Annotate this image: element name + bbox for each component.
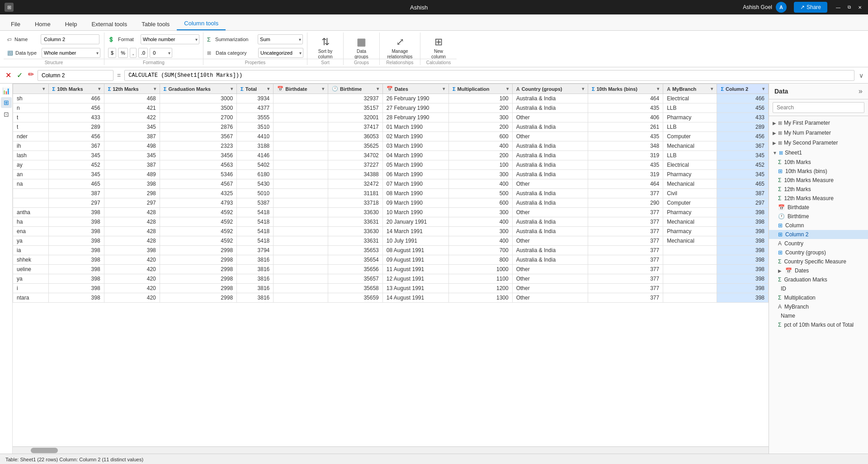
col-filter-col2[interactable]: ▾ bbox=[762, 86, 764, 91]
field-multiplication[interactable]: Σ Multiplication bbox=[769, 293, 868, 302]
data-panel-search-input[interactable] bbox=[773, 102, 864, 113]
table-cell: ia bbox=[13, 246, 49, 255]
summarization-select[interactable]: Sum Average Count Min Max None bbox=[258, 34, 303, 44]
table-cell: 377 bbox=[588, 293, 663, 303]
percent-button[interactable]: % bbox=[118, 48, 128, 58]
data-view-button[interactable]: ⊞ bbox=[1, 97, 12, 108]
table-cell: 4567 bbox=[160, 179, 236, 189]
horizontal-scrollbar[interactable] bbox=[13, 446, 769, 454]
manage-relationships-button[interactable]: ⤢ Managerelationships bbox=[383, 34, 416, 61]
formula-cancel-button[interactable]: ✕ bbox=[4, 70, 13, 80]
name-input[interactable] bbox=[41, 34, 99, 44]
table-cell: 387 bbox=[104, 132, 160, 141]
table-cell: 33718 bbox=[328, 198, 383, 208]
field-birthtime[interactable]: 🕐 Birthtime bbox=[769, 212, 868, 221]
data-groups-button[interactable]: ▦ Datagroups bbox=[350, 34, 373, 61]
hscroll-thumb[interactable] bbox=[31, 448, 58, 453]
col-filter-12th[interactable]: ▾ bbox=[154, 86, 156, 91]
datatype-select[interactable]: Whole number Decimal number Text Date bbox=[42, 48, 100, 58]
close-button[interactable]: ✕ bbox=[856, 4, 863, 11]
col-filter-grad[interactable]: ▾ bbox=[231, 86, 233, 91]
field-graduation-marks[interactable]: Σ Graduation Marks bbox=[769, 275, 868, 284]
field-country-specific-measure[interactable]: Σ Country Specific Measure bbox=[769, 257, 868, 266]
format-select[interactable]: Whole number Decimal number Currency Per… bbox=[141, 34, 199, 44]
col-filter-birthdate[interactable]: ▾ bbox=[322, 86, 324, 91]
tab-external-tools[interactable]: External tools bbox=[84, 18, 134, 30]
table-cell: 03 March 1990 bbox=[382, 141, 448, 151]
tab-home[interactable]: Home bbox=[28, 18, 58, 30]
field-group-header-first-parameter[interactable]: ▶ ⊞ My First Parameter bbox=[769, 118, 868, 128]
col-filter-countrygrp[interactable]: ▾ bbox=[582, 86, 584, 91]
table-cell bbox=[274, 179, 328, 189]
field-10th-marks-measure[interactable]: Σ 10th Marks Measure bbox=[769, 176, 868, 185]
field-country-groups[interactable]: ⊞ Country (groups) bbox=[769, 248, 868, 257]
table-row: sh466468300039343293726 February 1990100… bbox=[13, 94, 769, 103]
datacategory-select[interactable]: Uncategorized Address City Country URL bbox=[258, 48, 303, 58]
col-filter-dates[interactable]: ▾ bbox=[443, 86, 445, 91]
table-cell: 4592 bbox=[160, 217, 236, 227]
field-12th-marks-measure[interactable]: Σ 12th Marks Measure bbox=[769, 194, 868, 203]
table-cell: ha bbox=[13, 217, 49, 227]
share-button[interactable]: ↗ Share bbox=[794, 2, 827, 13]
ribbon-group-properties: Σ Summarization Sum Average Count Min Ma… bbox=[203, 33, 307, 65]
comma-button[interactable]: , bbox=[130, 48, 137, 58]
table-cell: 498 bbox=[104, 141, 160, 151]
table-row: ueline398420299838163565611 August 19911… bbox=[13, 265, 769, 274]
col-filter-mybranch[interactable]: ▾ bbox=[711, 86, 713, 91]
table-cell: LLB bbox=[663, 103, 717, 113]
table-container[interactable]: ▾ Σ 10th Marks ▾ Σ bbox=[13, 84, 769, 446]
table-cell: t bbox=[13, 113, 49, 122]
tab-column-tools[interactable]: Column tools bbox=[177, 17, 226, 30]
table-cell: 35656 bbox=[328, 265, 383, 274]
field-12th-marks[interactable]: Σ 12th Marks bbox=[769, 185, 868, 194]
field-mybranch[interactable]: A MyBranch bbox=[769, 302, 868, 311]
field-column2[interactable]: ⊞ Column 2 bbox=[769, 230, 868, 239]
formula-confirm-button[interactable]: ✓ bbox=[15, 70, 24, 80]
table-row: ih367498232331883562503 March 1990400Aus… bbox=[13, 141, 769, 151]
model-view-button[interactable]: ⊡ bbox=[1, 109, 12, 120]
field-10th-marks[interactable]: Σ 10th Marks bbox=[769, 158, 868, 167]
decimal-places-input[interactable] bbox=[150, 48, 172, 58]
table-row: na465398456754303247207 March 1990400Oth… bbox=[13, 179, 769, 189]
field-dates[interactable]: ▶ 📅 Dates bbox=[769, 266, 868, 275]
new-column-button[interactable]: ⊞ Newcolumn bbox=[427, 34, 450, 61]
field-name[interactable]: Name bbox=[769, 311, 868, 320]
data-panel-close-button[interactable]: » bbox=[859, 87, 863, 95]
col-filter-name[interactable]: ▾ bbox=[42, 86, 45, 91]
table-cell: ih bbox=[13, 141, 49, 151]
field-country[interactable]: A Country bbox=[769, 239, 868, 248]
col-filter-total[interactable]: ▾ bbox=[267, 86, 269, 91]
field-id[interactable]: ID bbox=[769, 284, 868, 293]
field-group-header-num-parameter[interactable]: ▶ ⊞ My Num Parameter bbox=[769, 128, 868, 138]
table-cell: 4146 bbox=[237, 151, 274, 160]
table-cell: 3567 bbox=[160, 132, 236, 141]
field-icon-text2: A bbox=[778, 304, 782, 310]
table-row: ay452387456354023722705 March 1990100Aus… bbox=[13, 160, 769, 170]
formula-expand-button[interactable]: ∨ bbox=[858, 71, 864, 80]
field-pct-10th[interactable]: Σ pct of 10th Marks out of Total bbox=[769, 320, 868, 329]
table-cell bbox=[13, 198, 49, 208]
report-view-button[interactable]: 📊 bbox=[1, 85, 12, 96]
tab-table-tools[interactable]: Table tools bbox=[134, 18, 177, 30]
col-filter-10th[interactable]: ▾ bbox=[98, 86, 100, 91]
maximize-button[interactable]: ⧉ bbox=[845, 4, 853, 11]
table-cell: 319 bbox=[588, 151, 663, 160]
currency-button[interactable]: $ bbox=[108, 48, 116, 58]
field-icon-calendar2: 📅 bbox=[785, 267, 792, 274]
tab-file[interactable]: File bbox=[4, 18, 28, 30]
field-group-header-second-parameter[interactable]: ▶ ⊞ My Second Parameter bbox=[769, 138, 868, 148]
decimal-btn[interactable]: .0 bbox=[138, 48, 148, 58]
table-cell: 31181 bbox=[328, 189, 383, 198]
field-column[interactable]: ⊞ Column bbox=[769, 221, 868, 230]
col-filter-10thbins[interactable]: ▾ bbox=[657, 86, 659, 91]
col-filter-mult[interactable]: ▾ bbox=[506, 86, 509, 91]
minimize-button[interactable]: — bbox=[835, 4, 842, 11]
tab-help[interactable]: Help bbox=[58, 18, 85, 30]
field-group-header-sheet1[interactable]: ▼ ⊞ Sheet1 bbox=[769, 148, 868, 158]
field-10th-marks-bins[interactable]: ⊞ 10th Marks (bins) bbox=[769, 167, 868, 176]
formula-input[interactable] bbox=[124, 70, 854, 81]
field-birthdate[interactable]: 📅 Birthdate bbox=[769, 203, 868, 212]
col-filter-birthtime[interactable]: ▾ bbox=[377, 86, 379, 91]
formula-column-name[interactable] bbox=[38, 70, 113, 81]
sort-by-column-button[interactable]: ⇅ Sort bycolumn bbox=[314, 34, 337, 61]
